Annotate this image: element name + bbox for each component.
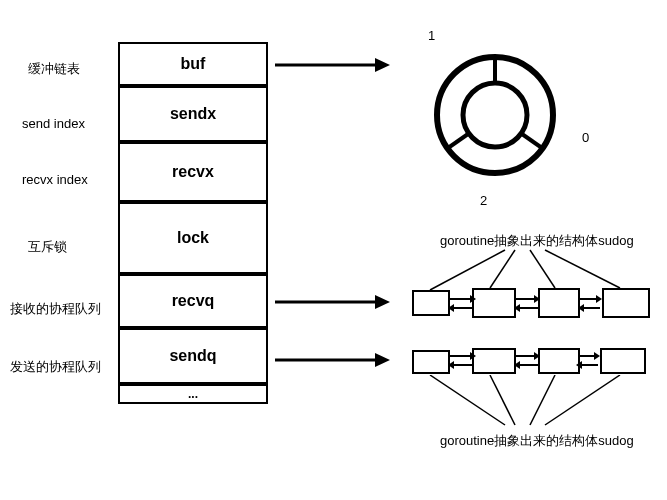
cell-text-recvq: recvq (172, 292, 215, 310)
svg-marker-34 (514, 361, 520, 369)
sendq-caption-lines (410, 375, 650, 430)
arrow-sendq-to-list (275, 345, 395, 375)
svg-marker-20 (578, 304, 584, 312)
svg-line-21 (430, 250, 505, 290)
cell-lock: lock (118, 202, 268, 274)
cell-sendx: sendx (118, 86, 268, 142)
svg-marker-12 (448, 304, 454, 312)
row-label-recvq: 接收的协程队列 (10, 300, 101, 318)
svg-marker-8 (375, 295, 390, 309)
svg-marker-1 (375, 58, 390, 72)
row-label-sendq: 发送的协程队列 (10, 358, 101, 376)
sendq-link-arrows (448, 348, 608, 378)
svg-marker-18 (596, 295, 602, 303)
cell-buf: buf (118, 42, 268, 86)
cell-text-sendx: sendx (170, 105, 216, 123)
svg-marker-14 (534, 295, 540, 303)
svg-line-42 (545, 375, 620, 425)
svg-marker-10 (470, 295, 476, 303)
row-label-buf: 缓冲链表 (28, 60, 80, 78)
svg-line-41 (530, 375, 555, 425)
svg-marker-32 (534, 352, 540, 360)
svg-marker-28 (470, 352, 476, 360)
row-label-recvx: recvx index (22, 172, 88, 187)
ring-label-1: 1 (428, 28, 435, 43)
svg-line-23 (530, 250, 555, 288)
cell-sendq: sendq (118, 328, 268, 384)
svg-marker-38 (576, 361, 582, 369)
row-label-lock: 互斥锁 (28, 238, 67, 256)
cell-recvq: recvq (118, 274, 268, 328)
ring-label-2: 2 (480, 193, 487, 208)
svg-marker-30 (448, 361, 454, 369)
svg-line-6 (522, 134, 542, 148)
svg-marker-16 (514, 304, 520, 312)
svg-marker-36 (594, 352, 600, 360)
cell-text-lock: lock (177, 229, 209, 247)
cell-text-more: ... (188, 387, 198, 401)
svg-line-5 (448, 134, 468, 148)
svg-marker-26 (375, 353, 390, 367)
sudog-bottom-caption: goroutine抽象出来的结构体sudog (440, 432, 634, 450)
sendq-node-1 (412, 350, 450, 374)
svg-point-3 (463, 83, 527, 147)
cell-more: ... (118, 384, 268, 404)
ring-buffer-icon (420, 40, 570, 190)
cell-text-buf: buf (181, 55, 206, 73)
cell-text-sendq: sendq (169, 347, 216, 365)
arrow-recvq-to-list (275, 287, 395, 317)
cell-text-recvx: recvx (172, 163, 214, 181)
recvq-caption-lines (410, 245, 650, 295)
arrow-buf-to-ring (275, 50, 395, 80)
cell-recvx: recvx (118, 142, 268, 202)
svg-line-24 (545, 250, 620, 288)
ring-label-0: 0 (582, 130, 589, 145)
row-label-sendx: send index (22, 116, 85, 131)
